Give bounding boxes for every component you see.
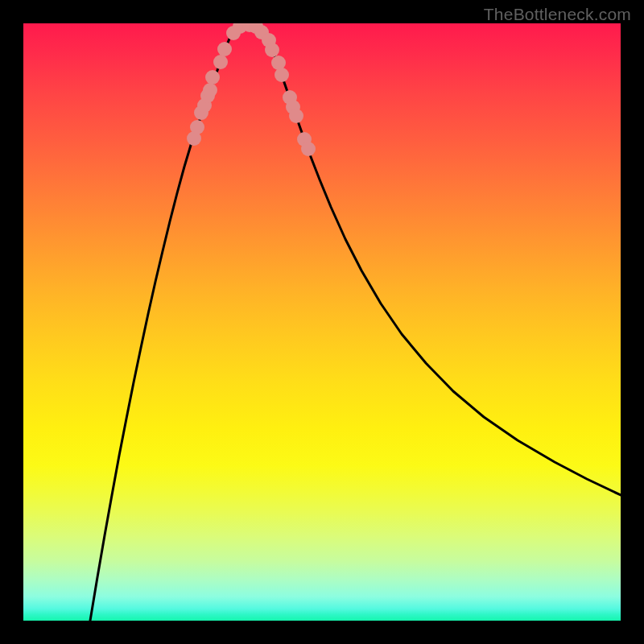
points-group	[187, 23, 316, 156]
data-point	[265, 43, 279, 57]
curve-right-branch	[268, 39, 621, 495]
plot-area	[23, 23, 621, 621]
data-point	[203, 83, 217, 97]
data-point	[213, 55, 228, 69]
curves-group	[90, 24, 621, 621]
watermark-text: TheBottleneck.com	[484, 5, 631, 24]
chart-frame: TheBottleneck.com	[0, 0, 644, 644]
data-point	[289, 109, 303, 123]
chart-svg	[23, 23, 621, 621]
data-point	[217, 42, 232, 56]
data-point	[190, 120, 204, 134]
data-point	[301, 142, 316, 156]
data-point	[275, 68, 289, 82]
data-point	[205, 70, 220, 85]
curve-left-branch	[90, 39, 229, 621]
